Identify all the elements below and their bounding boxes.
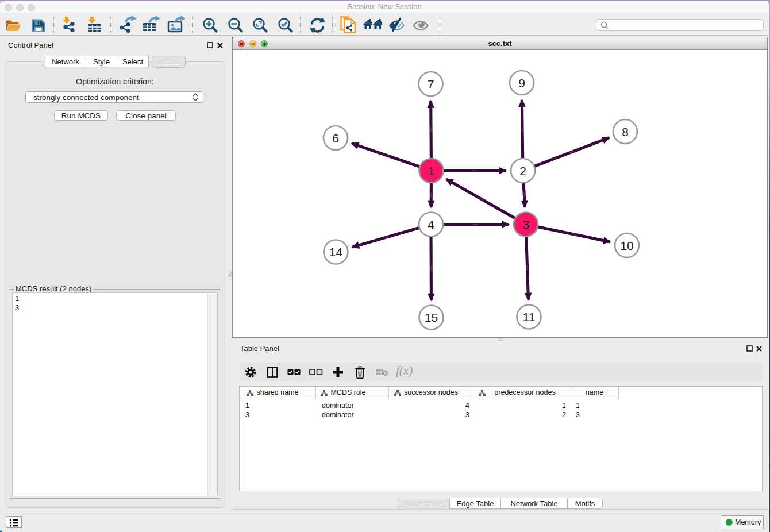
svg-text:8: 8 [622, 125, 629, 138]
svg-text:11: 11 [523, 310, 536, 323]
svg-text:6: 6 [332, 132, 339, 145]
svg-text:10: 10 [620, 239, 633, 252]
svg-text:3: 3 [522, 218, 529, 231]
svg-text:14: 14 [329, 245, 343, 259]
svg-text:4: 4 [428, 218, 434, 231]
svg-text:2: 2 [519, 164, 526, 178]
svg-text:7: 7 [428, 78, 434, 91]
svg-text:1: 1 [428, 164, 435, 178]
svg-text:15: 15 [425, 311, 438, 324]
svg-text:9: 9 [518, 76, 525, 90]
